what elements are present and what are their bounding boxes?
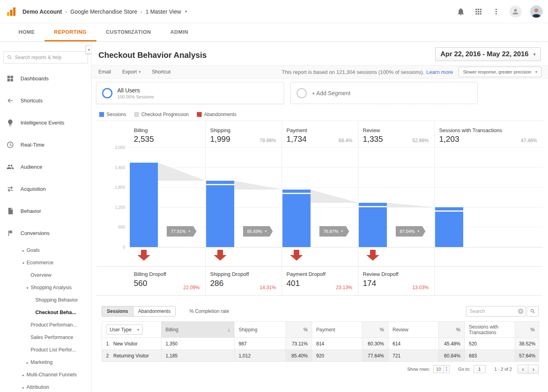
shortcut-button[interactable]: Shortcut — [152, 69, 171, 75]
column-header-transactions[interactable]: Sessions with Transactions — [465, 322, 515, 338]
search-button[interactable] — [527, 306, 539, 316]
funnel-bar-billing[interactable] — [130, 163, 158, 247]
completion-rate-label[interactable]: % Completion rate — [189, 308, 229, 314]
abandonment-arrow-icon — [214, 250, 227, 261]
clear-search-icon[interactable]: ✕ — [518, 308, 523, 314]
topbar-actions — [456, 6, 542, 18]
funnel-bar-transactions[interactable] — [435, 207, 463, 247]
cell-review-pct: 45.48% — [439, 338, 465, 350]
funnel-bar-payment[interactable] — [282, 190, 311, 247]
sidebar-item-intelligence-events[interactable]: Intelligence Events — [0, 112, 91, 134]
progression-rate-chip: 76.87%▾ — [319, 226, 346, 237]
sidebar-item-product-list-performance[interactable]: Product List Perfor... — [0, 344, 91, 356]
search-reports-input[interactable] — [15, 55, 84, 60]
sidebar-item-marketing[interactable]: ▸Marketing — [0, 356, 91, 369]
google-analytics-logo[interactable] — [6, 6, 17, 17]
chevron-right-icon: › — [141, 8, 143, 15]
spinner-arrows-icon[interactable]: ▲▼ — [444, 365, 450, 373]
sidebar-item-acquisition[interactable]: Acquisition — [0, 178, 91, 200]
column-header-shipping-pct[interactable]: % — [286, 322, 312, 338]
segment-circle-icon — [296, 88, 307, 98]
column-header-review[interactable]: Review — [389, 322, 439, 338]
sidebar-sections: Dashboards Shortcuts Intelligence Events… — [0, 67, 91, 244]
sidebar-collapse-button[interactable]: ◂ — [86, 45, 92, 54]
sidebar-item-shortcuts[interactable]: Shortcuts — [0, 90, 91, 112]
tab-admin[interactable]: ADMIN — [161, 23, 198, 41]
column-header-review-pct[interactable]: % — [439, 322, 465, 338]
breadcrumb-account[interactable]: Demo Account — [22, 8, 62, 15]
previous-page-button[interactable]: ‹ — [517, 365, 528, 374]
column-header-payment[interactable]: Payment — [312, 322, 362, 338]
sidebar-item-sales-performance[interactable]: Sales Performance — [0, 331, 91, 344]
funnel-bar-shipping[interactable] — [206, 181, 234, 247]
column-header-billing[interactable]: Billing↓ — [162, 322, 235, 338]
sidebar-item-overview[interactable]: Overview — [0, 269, 91, 282]
email-button[interactable]: Email — [98, 69, 111, 75]
tab-customization[interactable]: CUSTOMIZATION — [96, 23, 161, 41]
legend-swatch-red — [197, 112, 202, 117]
table-tab-abandonments[interactable]: Abandonments — [133, 306, 176, 316]
sidebar-item-product-performance[interactable]: Product Performan... — [0, 319, 91, 331]
column-header-shipping[interactable]: Shipping — [235, 322, 286, 338]
table-tab-sessions[interactable]: Sessions — [102, 306, 133, 316]
primary-nav: HOME REPORTING CUSTOMIZATION ADMIN — [0, 23, 548, 42]
tree-item-label: Ecommerce — [27, 260, 53, 265]
sidebar-item-dashboards[interactable]: Dashboards — [0, 67, 91, 90]
sidebar-item-multi-channel-funnels[interactable]: ▸Multi-Channel Funnels — [0, 369, 91, 381]
sidebar-item-attribution[interactable]: ▸Attribution — [0, 381, 91, 392]
show-rows-select[interactable]: 10 ▲▼ — [433, 365, 449, 373]
goto-label: Go to: — [458, 367, 470, 372]
clock-icon — [6, 141, 14, 149]
export-button[interactable]: Export▾ — [122, 69, 141, 75]
tree-item-label: Shopping Analysis — [31, 285, 72, 290]
goto-page-input[interactable] — [474, 365, 486, 373]
learn-more-link[interactable]: Learn more — [426, 69, 453, 75]
sidebar-item-audience[interactable]: Audience — [0, 156, 91, 178]
tab-reporting[interactable]: REPORTING — [45, 23, 96, 41]
sidebar-item-real-time[interactable]: Real-Time — [0, 134, 91, 156]
breadcrumb-view[interactable]: 1 Master View — [145, 8, 181, 15]
profile-photo-avatar[interactable] — [530, 6, 542, 18]
add-segment-button[interactable]: + Add Segment — [290, 82, 478, 104]
sidebar-item-checkout-behavior[interactable]: Checkout Beha... — [0, 306, 91, 319]
segments-row: All Users 100.00% Sessions + Add Segment — [96, 82, 478, 104]
tree-item-label: Multi-Channel Funnels — [27, 372, 77, 378]
tree-item-label: Attribution — [27, 384, 49, 390]
cell-payment-pct: 77.64% — [362, 350, 389, 362]
more-vertical-icon[interactable] — [492, 7, 501, 16]
date-range-picker[interactable]: Apr 22, 2016 - May 22, 2016 ▾ — [435, 47, 541, 61]
sidebar-item-shopping-behavior[interactable]: Shopping Behavior — [0, 294, 91, 306]
column-header-transactions-pct[interactable]: % — [515, 322, 539, 338]
cell-shipping-pct: 73.11% — [286, 338, 312, 350]
user-type-dropdown[interactable]: User Type▾ — [106, 325, 143, 335]
breadcrumb-property[interactable]: Google Merchandise Store — [70, 8, 137, 15]
sidebar-item-goals[interactable]: ▸Goals — [0, 244, 91, 257]
segment-all-users[interactable]: All Users 100.00% Sessions — [96, 82, 284, 104]
apps-grid-icon[interactable] — [474, 7, 483, 16]
sidebar-item-conversions[interactable]: Conversions — [0, 222, 91, 244]
table-search-input[interactable] — [466, 306, 526, 316]
notifications-bell-icon[interactable] — [456, 7, 465, 16]
sort-descending-icon: ↓ — [228, 327, 231, 333]
account-avatar-icon[interactable] — [509, 6, 521, 18]
next-page-button[interactable]: › — [528, 365, 539, 374]
sidebar-item-label: Conversions — [20, 230, 49, 236]
tree-item-label: Product List Perfor... — [31, 347, 76, 353]
cell-transactions: 520 — [465, 338, 515, 350]
funnel-bar-review[interactable] — [359, 203, 387, 247]
cell-transactions-pct: 38.52% — [515, 338, 539, 350]
tab-home[interactable]: HOME — [9, 23, 45, 41]
chevron-down-icon: ▾ — [533, 52, 536, 57]
chart-legend: Sessions Checkout Progression Abandonmen… — [99, 112, 237, 117]
sidebar-item-shopping-analysis[interactable]: ▾Shopping Analysis — [0, 282, 91, 294]
sidebar-item-ecommerce[interactable]: ▾Ecommerce — [0, 257, 91, 269]
chevron-down-icon: ▾ — [137, 328, 139, 332]
swap-arrows-icon — [6, 185, 14, 193]
sidebar-item-behavior[interactable]: Behavior — [0, 200, 91, 222]
chevron-down-icon[interactable]: ▾ — [185, 9, 187, 14]
dropoff-billing: Billing Dropoff56022.09% — [129, 266, 205, 295]
segment-subtitle: 100.00% Sessions — [117, 94, 154, 99]
precision-dropdown[interactable]: Slower response, greater precision▾ — [458, 67, 542, 77]
column-header-payment-pct[interactable]: % — [362, 322, 389, 338]
caret-icon: ▸ — [27, 357, 31, 369]
